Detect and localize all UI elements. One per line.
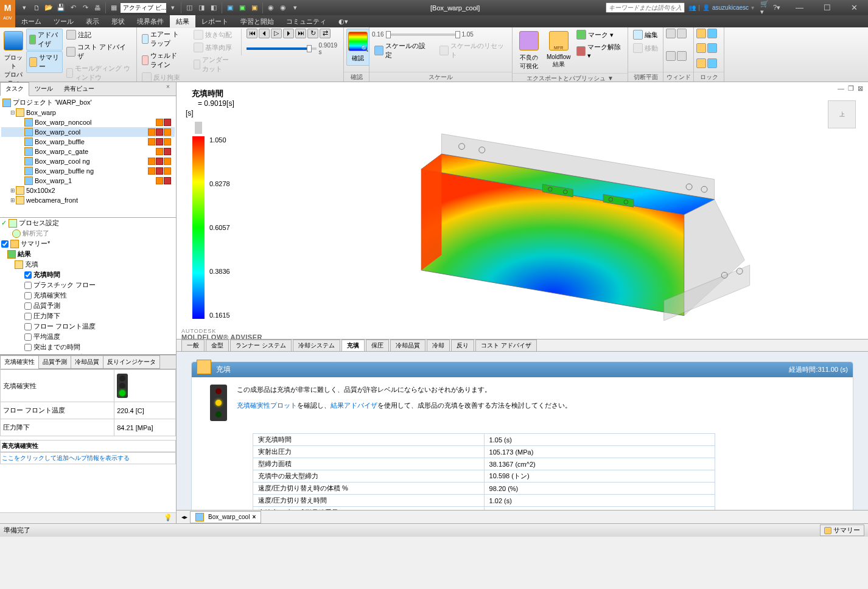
menu-extra-icon[interactable]: ◐▾ bbox=[332, 16, 354, 27]
panel-close-icon[interactable]: × bbox=[166, 83, 173, 91]
tree-item-Box_warp_cool ng[interactable]: Box_warp_cool ng bbox=[1, 156, 175, 166]
result-tab-冷却システム[interactable]: 冷却システム bbox=[293, 340, 340, 351]
tab-tool[interactable]: ツール bbox=[29, 82, 58, 96]
tree-item-Box_warp_1[interactable]: Box_warp_1 bbox=[1, 176, 175, 186]
lightbulb-icon[interactable]: 💡 bbox=[164, 514, 172, 521]
tab-cooling-q[interactable]: 冷却品質 bbox=[71, 355, 103, 369]
result-item-品質予測[interactable]: 品質予測 bbox=[0, 301, 176, 311]
result-item-平均温度[interactable]: 平均温度 bbox=[0, 332, 176, 342]
tree-item-Box_warp[interactable]: ⊟Box_warp bbox=[1, 108, 175, 117]
mark-button[interactable]: マーク ▾ bbox=[574, 29, 625, 41]
qat-icon-7[interactable]: ◉ bbox=[265, 2, 276, 13]
lock-icon[interactable] bbox=[696, 58, 706, 68]
window-layout-icon[interactable] bbox=[677, 29, 687, 38]
menu-学習と開始[interactable]: 学習と開始 bbox=[234, 15, 280, 28]
step-back-icon[interactable]: ⏴ bbox=[259, 29, 270, 38]
username[interactable]: asuzukicaesc bbox=[712, 4, 749, 11]
result-tab-コスト アドバイザ[interactable]: コスト アドバイザ bbox=[475, 340, 537, 351]
app-logo[interactable]: M bbox=[0, 0, 15, 15]
adviser-button[interactable]: アドバイザ bbox=[26, 29, 63, 51]
menu-境界条件[interactable]: 境界条件 bbox=[131, 15, 170, 28]
print-icon[interactable]: 🖶 bbox=[92, 2, 103, 13]
scale-slider[interactable]: 0.16 1.05 bbox=[372, 31, 474, 38]
result-item-突出までの時間[interactable]: 突出までの時間 bbox=[0, 342, 176, 352]
plot-properties-button[interactable]: プロット プロパティ bbox=[2, 29, 25, 90]
weld-line-button[interactable]: ウェルド ライン bbox=[139, 50, 185, 71]
vp-close-icon[interactable]: ⊠ bbox=[858, 85, 863, 92]
tree-item-50x100x2[interactable]: ⊞50x100x2 bbox=[1, 186, 175, 195]
fill-node[interactable]: 充填 bbox=[0, 259, 176, 270]
window-layout-icon[interactable] bbox=[666, 29, 676, 38]
skip-back-icon[interactable]: ⏮ bbox=[247, 29, 257, 38]
edit-button[interactable]: 編集 bbox=[631, 29, 660, 41]
lock-icon[interactable] bbox=[696, 43, 706, 53]
result-tab-保圧[interactable]: 保圧 bbox=[366, 340, 389, 351]
result-item-プラスチック フロー[interactable]: プラスチック フロー bbox=[0, 280, 176, 290]
tab-task[interactable]: タスク bbox=[0, 82, 29, 96]
lock-icon[interactable] bbox=[707, 29, 717, 38]
redo-icon[interactable]: ↷ bbox=[80, 2, 91, 13]
tree-item-webcamera_front[interactable]: ⊞webcamera_front bbox=[1, 195, 175, 205]
viewport-3d[interactable]: — ❐ ⊠ 上 充填時間 = 0.9019[s] [s] 1.0500.8278… bbox=[177, 82, 868, 340]
qat-icon-3[interactable]: ◧ bbox=[208, 2, 219, 13]
help-icon[interactable]: ?▾ bbox=[771, 2, 782, 13]
result-tab-充填[interactable]: 充填 bbox=[341, 340, 365, 351]
animation-slider[interactable]: 0.9019 s bbox=[247, 42, 341, 55]
process-settings[interactable]: ✓プロセス設定 bbox=[0, 218, 176, 228]
air-trap-button[interactable]: エアー トラップ bbox=[139, 29, 185, 49]
status-summary-button[interactable]: サマリー bbox=[820, 525, 864, 536]
lock-icon[interactable] bbox=[696, 29, 706, 38]
result-item-充填確実性[interactable]: 充填確実性 bbox=[0, 290, 176, 301]
result-tab-冷却[interactable]: 冷却 bbox=[427, 340, 450, 351]
close-button[interactable]: ✕ bbox=[841, 0, 868, 15]
result-item-フロー フロント温度[interactable]: フロー フロント温度 bbox=[0, 321, 176, 332]
loop-icon[interactable]: ↻ bbox=[307, 29, 318, 38]
doc-tab[interactable]: Box_warp_cool × bbox=[190, 511, 261, 523]
notes-button[interactable]: 注記 bbox=[64, 29, 134, 41]
scale-settings-button[interactable]: スケールの設定 bbox=[372, 40, 432, 61]
result-tab-反り[interactable]: 反り bbox=[451, 340, 474, 351]
check-button[interactable]: 🔍確認 bbox=[346, 29, 369, 66]
defect-vis-button[interactable]: 不良の 可視化 bbox=[515, 29, 543, 73]
play-icon[interactable]: ▷ bbox=[271, 29, 282, 38]
doc-tab-scroll[interactable]: ◂▸ bbox=[179, 514, 190, 520]
mark-release-button[interactable]: マーク解除 ▾ bbox=[574, 41, 625, 61]
tab-quality[interactable]: 品質予測 bbox=[38, 355, 71, 369]
tree-item-Box_warp_cool[interactable]: Box_warp_cool bbox=[1, 127, 175, 137]
tree-item-Box_warp_c_gate[interactable]: Box_warp_c_gate bbox=[1, 147, 175, 156]
cart-icon[interactable]: 🛒▾ bbox=[760, 2, 771, 13]
doc-tab-close[interactable]: × bbox=[252, 514, 256, 520]
minimize-button[interactable]: — bbox=[786, 0, 813, 15]
result-item-圧力降下[interactable]: 圧力降下 bbox=[0, 311, 176, 321]
qat-dropdown[interactable]: ▾ bbox=[19, 2, 30, 13]
tab-shared-view[interactable]: 共有ビュー bbox=[58, 82, 100, 96]
result-item-充填時間[interactable]: 充填時間 bbox=[0, 270, 176, 280]
new-icon[interactable]: 🗋 bbox=[31, 2, 42, 13]
maximize-button[interactable]: ☐ bbox=[813, 0, 841, 15]
view-combo[interactable]: アクティブ ビ... bbox=[121, 3, 166, 13]
fill-confidence-link[interactable]: 充填確実性プロット bbox=[237, 402, 297, 409]
result-tab-冷却品質[interactable]: 冷却品質 bbox=[390, 340, 425, 351]
project-root[interactable]: プロジェクト 'WARP_box' bbox=[1, 97, 175, 108]
qat-icon-2[interactable]: ◨ bbox=[196, 2, 207, 13]
menu-ツール[interactable]: ツール bbox=[47, 15, 80, 28]
qat-icon-4[interactable]: ▣ bbox=[225, 2, 236, 13]
tab-warp-ind[interactable]: 反りインジケータ bbox=[103, 355, 160, 369]
pingpong-icon[interactable]: ⇄ bbox=[320, 29, 331, 38]
window-layout-icon[interactable] bbox=[666, 51, 676, 61]
vp-restore-icon[interactable]: ❐ bbox=[848, 85, 854, 92]
result-tab-ランナー システム[interactable]: ランナー システム bbox=[230, 340, 292, 351]
qat-dropdown-end[interactable]: ▾ bbox=[290, 2, 301, 13]
menu-レポート[interactable]: レポート bbox=[195, 15, 234, 28]
step-fwd-icon[interactable]: ⏵ bbox=[283, 29, 294, 38]
summary-button[interactable]: サマリー bbox=[26, 51, 63, 73]
part-render[interactable] bbox=[256, 119, 850, 321]
qat-icon-1[interactable]: ◫ bbox=[184, 2, 195, 13]
result-tab-一般[interactable]: 一般 bbox=[181, 340, 205, 351]
tree-item-Box_warp_buffle ng[interactable]: Box_warp_buffle ng bbox=[1, 166, 175, 176]
open-icon[interactable]: 📂 bbox=[43, 2, 54, 13]
menu-結果[interactable]: 結果 bbox=[170, 15, 195, 28]
tree-item-Box_warp_buffle[interactable]: Box_warp_buffle bbox=[1, 137, 175, 147]
menu-表示[interactable]: 表示 bbox=[80, 15, 105, 28]
vp-minimize-icon[interactable]: — bbox=[838, 85, 844, 92]
